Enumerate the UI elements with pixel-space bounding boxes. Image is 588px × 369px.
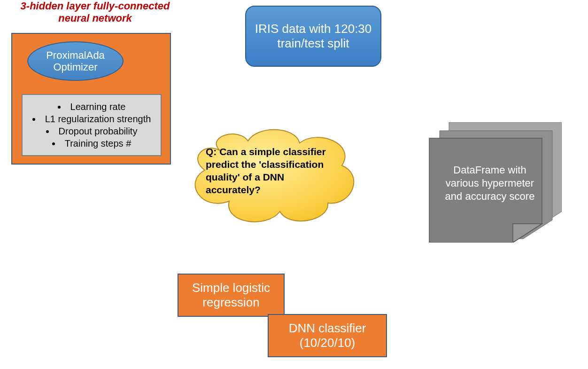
dataframe-label: DataFrame with various hypermeter and ac… — [436, 164, 544, 203]
hyperparam-item: Learning rate — [32, 101, 151, 113]
question-lead: Q: — [206, 146, 217, 157]
logistic-regression-label: Simple logistic regression — [178, 281, 284, 309]
dnn-classifier-box: DNN classifier (10/20/10) — [268, 314, 387, 357]
hyperparam-item: Training steps # — [32, 137, 151, 149]
optimizer-label: ProximalAda Optimizer — [28, 49, 123, 73]
question-text: Q: Can a simple classifier predict the '… — [206, 146, 341, 196]
hyperparam-item: Dropout probability — [32, 125, 151, 137]
hyperparams-list: Learning rate L1 regularization strength… — [32, 101, 151, 149]
hyperparams-box: Learning rate L1 regularization strength… — [22, 94, 162, 156]
hyperparam-item: L1 regularization strength — [32, 113, 151, 125]
iris-data-label: IRIS data with 120:30 train/test split — [251, 22, 376, 51]
question-body: Can a simple classifier predict the 'cla… — [206, 146, 326, 195]
dnn-classifier-label: DNN classifier (10/20/10) — [269, 321, 386, 350]
logistic-regression-box: Simple logistic regression — [178, 274, 285, 317]
nn-title: 3-hidden layer fully-connected neural ne… — [14, 0, 176, 25]
optimizer-oval: ProximalAda Optimizer — [27, 41, 124, 81]
iris-data-box: IRIS data with 120:30 train/test split — [245, 6, 381, 67]
